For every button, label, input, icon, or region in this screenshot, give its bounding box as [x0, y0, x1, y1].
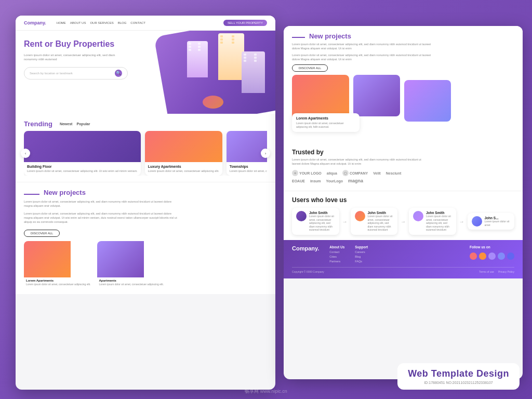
users-row: John Smith Lorem ipsum dolor sit amet, c…	[292, 208, 514, 235]
panels-container: Company. HOME ABOUT US OUR SERVICES BLOG…	[10, 10, 522, 389]
footer: Company. About Us Contact Cities Partner…	[284, 240, 523, 278]
hero-title-highlight: Properties	[73, 39, 114, 48]
card-name-1: Building Floor	[27, 165, 138, 168]
discover-all-button-left[interactable]: DISCOVER ALL	[24, 230, 60, 237]
social-links	[470, 252, 514, 260]
logo-icon-1: ⊙	[292, 170, 298, 176]
social-icon-1[interactable]	[470, 252, 477, 260]
footer-contact[interactable]: Contact	[329, 250, 344, 254]
rp-cards-area: Lorem Apartments Lorem ipsum dolor sit a…	[292, 75, 514, 127]
footer-cities[interactable]: Cities	[329, 255, 344, 258]
np-card-label-1: Lorem Apartments	[24, 277, 93, 283]
new-projects-cards: Lorem Apartments Lorem ipsum dolor sit a…	[24, 241, 267, 288]
logo-text-4: Velit	[373, 171, 380, 175]
footer-support-title: Support	[355, 245, 368, 249]
search-icon[interactable]: 🔍	[115, 70, 122, 77]
trending-section: Trending Newest Popular ‹ Building Floor	[16, 114, 275, 182]
footer-legal-links: Terms of use Privacy Policy	[479, 270, 514, 273]
user-desc-4: Lorem ipsum dolor sit amet	[485, 220, 511, 227]
hero-title: Rent or Buy Properties	[24, 39, 128, 50]
arrow-icon-3: →	[459, 219, 464, 224]
nav-contact[interactable]: CONTACT	[130, 21, 145, 24]
arrow-icon-2: →	[401, 219, 406, 224]
trusted-section: Trusted by Lorem ipsum dolor sit amet, c…	[284, 143, 523, 191]
logo-text-2: aliqua	[327, 171, 337, 175]
logo-yourlogo: ⊙ YOUR LOGO	[292, 170, 322, 176]
user-card-3: John Smith Lorem ipsum dolor sit amet, c…	[409, 208, 456, 235]
footer-careers[interactable]: Careers	[355, 250, 368, 254]
user-card-1: John Smith Lorem ipsum dolor sit amet, c…	[292, 208, 339, 235]
user-desc-2: Lorem ipsum dolor sit amet, consectetuer…	[368, 215, 394, 232]
footer-logo-col: Company.	[292, 245, 319, 263]
new-projects-text2: Lorem ipsum dolor sit amet, consectetuer…	[24, 211, 180, 224]
footer-about-title: About Us	[329, 245, 344, 249]
building-3	[242, 51, 265, 93]
nav-blog[interactable]: BLOG	[118, 21, 127, 24]
footer-col-support: Support Careers Blog FAQs	[355, 245, 368, 263]
tab-popular[interactable]: Popular	[76, 122, 90, 126]
np-card-sub-1: Lorem ipsum dolor sit amet, consectetuer…	[24, 283, 93, 288]
user-info-4: John S... Lorem ipsum dolor sit amet	[485, 216, 511, 227]
template-title: Web Template Design	[408, 368, 509, 379]
building-1	[187, 41, 208, 77]
accent-line	[24, 194, 39, 195]
social-icon-2[interactable]	[479, 252, 486, 260]
social-icon-4[interactable]	[498, 252, 505, 260]
card-name-3: Townships	[230, 165, 267, 168]
card-info-3: Townships Lorem ipsum dolor sit amet, co…	[227, 162, 267, 176]
footer-col-company: About Us Contact Cities Partners	[329, 245, 344, 263]
logo-text-3: COMPANY	[350, 171, 368, 175]
logo-insum: insum	[310, 179, 321, 183]
np-card-label-2: Apartments	[97, 277, 166, 283]
logo-icon-3: ◯	[342, 170, 349, 176]
discover-all-button-right[interactable]: DISCOVER ALL	[292, 64, 328, 72]
user-avatar-1	[296, 211, 307, 221]
social-icon-3[interactable]	[488, 252, 496, 260]
logo-eoaue: EOAUE	[292, 179, 305, 183]
trusted-title: Trusted by	[292, 149, 514, 156]
logo-text-9: magna	[348, 178, 363, 183]
footer-faqs[interactable]: FAQs	[355, 260, 368, 263]
sell-property-button[interactable]: SELL YOUR PROPERTY	[223, 20, 267, 26]
search-placeholder: Search by location or landmark	[30, 72, 73, 75]
footer-partners[interactable]: Partners	[329, 260, 344, 263]
prev-arrow[interactable]: ‹	[21, 149, 30, 158]
tab-newest[interactable]: Newest	[60, 122, 73, 126]
privacy-link[interactable]: Privacy Policy	[498, 270, 514, 273]
card-img-3	[227, 131, 267, 162]
footer-logo: Company.	[292, 245, 319, 251]
np-card-img-1	[24, 241, 71, 277]
user-info-3: John Smith Lorem ipsum dolor sit amet, c…	[426, 211, 452, 232]
web-template-label: Web Template Design ID:17880451 NO:20211…	[397, 363, 520, 390]
nav-services[interactable]: OUR SERVICES	[90, 21, 113, 24]
rp-card-medium-1	[353, 75, 400, 116]
next-arrow[interactable]: ›	[261, 149, 270, 158]
card-desc-1: Lorem ipsum dolor sit amet, consectetuer…	[27, 169, 138, 173]
logo-company: ◯ COMPANY	[342, 170, 368, 176]
logos-row-2: EOAUE insum YourLogo magna	[292, 178, 514, 183]
lorem-apartments-card: Lorem Apartments Lorem ipsum dolor sit a…	[292, 113, 360, 132]
nav-about[interactable]: ABOUT US	[70, 21, 86, 24]
cards-wrapper: ‹ Building Floor Lorem ipsum dolor sit a…	[24, 131, 267, 176]
rp-new-projects-header: New projects	[292, 32, 514, 42]
search-bar[interactable]: Search by location or landmark 🔍	[24, 67, 128, 79]
social-icon-5[interactable]	[507, 252, 514, 260]
lorem-card-text: Lorem ipsum dolor sit amet, consectetuer…	[296, 122, 355, 129]
footer-copyright: Copyright © 0000 Company	[292, 270, 324, 273]
hero-subtitle: Lorem ipsum dolor sit amet, consectetuer…	[24, 53, 117, 62]
right-new-projects: New projects Lorem ipsum dolor sit amet,…	[284, 26, 523, 143]
rp-accent-line	[292, 37, 305, 38]
footer-blog[interactable]: Blog	[355, 255, 368, 258]
rp-np-text1: Lorem ipsum dolor sit amet, consectetuer…	[292, 42, 437, 51]
card-luxury: Luxury Apartments Lorem ipsum dolor sit …	[145, 131, 222, 176]
logo-aliqua: aliqua	[327, 171, 337, 175]
left-nav-links: HOME ABOUT US OUR SERVICES BLOG CONTACT	[57, 21, 145, 24]
np-card-2: Apartments Lorem ipsum dolor sit amet, c…	[97, 241, 166, 288]
nav-home[interactable]: HOME	[57, 21, 66, 24]
left-nav: Company. HOME ABOUT US OUR SERVICES BLOG…	[16, 16, 275, 31]
card-desc-2: Lorem ipsum dolor sit amet, consectetuer…	[148, 169, 219, 173]
footer-bottom: Copyright © 0000 Company Terms of use Pr…	[292, 267, 514, 273]
logo-text-6: EOAUE	[292, 179, 305, 183]
card-info-2: Luxury Apartments Lorem ipsum dolor sit …	[145, 162, 222, 176]
terms-link[interactable]: Terms of use	[479, 270, 494, 273]
